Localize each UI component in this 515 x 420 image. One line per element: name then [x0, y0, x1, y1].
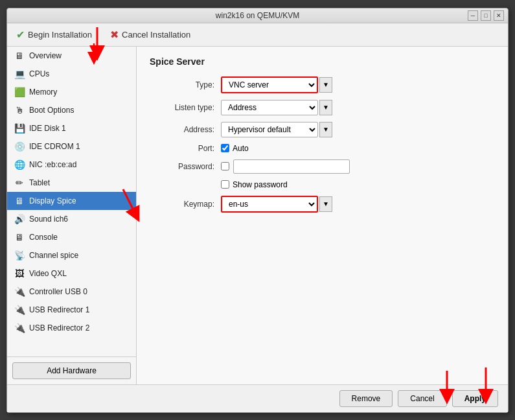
- keymap-control: en-us ▼: [221, 196, 495, 213]
- remove-button[interactable]: Remove: [339, 390, 393, 407]
- sidebar-item-controller-usb-0[interactable]: 🔌 Controller USB 0: [7, 283, 136, 301]
- port-auto-checkbox[interactable]: [221, 144, 229, 152]
- window-controls: ─ □ ✕: [468, 10, 504, 21]
- sidebar-item-boot-options[interactable]: 🖱 Boot Options: [7, 101, 136, 119]
- password-control: [221, 159, 495, 174]
- listen-type-control: Address ▼: [221, 100, 495, 115]
- sidebar-item-ide-cdrom-1[interactable]: 💿 IDE CDROM 1: [7, 137, 136, 156]
- port-label: Port:: [150, 144, 221, 153]
- x-icon: ✖: [110, 29, 119, 41]
- add-hardware-button[interactable]: Add Hardware: [12, 362, 131, 379]
- begin-installation-label: Begin Installation: [28, 30, 92, 40]
- usb-controller-icon: 🔌: [14, 286, 25, 298]
- check-icon: ✔: [16, 29, 25, 41]
- console-icon: 🖥: [14, 231, 25, 243]
- minimize-button[interactable]: ─: [468, 10, 478, 21]
- show-password-control: Show password: [221, 180, 495, 189]
- content-area: Spice Server Type: VNC server ▼ Listen t…: [137, 47, 508, 384]
- overview-icon: 🖥: [14, 50, 25, 62]
- sidebar-item-usb-redirector-1[interactable]: 🔌 USB Redirector 1: [7, 301, 136, 319]
- sidebar-item-video-qxl[interactable]: 🖼 Video QXL: [7, 264, 136, 283]
- keymap-row: Keymap: en-us ▼: [150, 196, 495, 213]
- type-dropdown-btn[interactable]: ▼: [319, 77, 332, 93]
- password-row: Password:: [150, 159, 495, 174]
- keymap-select[interactable]: en-us: [221, 196, 318, 213]
- apply-button[interactable]: Apply: [452, 390, 498, 407]
- sidebar-item-channel-spice[interactable]: 📡 Channel spice: [7, 246, 136, 264]
- channel-icon: 📡: [14, 250, 25, 261]
- tablet-icon: ✏: [14, 177, 25, 189]
- close-button[interactable]: ✕: [494, 10, 504, 21]
- sidebar-item-overview[interactable]: 🖥 Overview: [7, 47, 136, 65]
- titlebar: win2k16 on QEMU/KVM ─ □ ✕: [7, 8, 508, 23]
- port-auto-label: Auto: [233, 144, 249, 153]
- disk-icon: 💾: [14, 122, 25, 134]
- address-dropdown-btn[interactable]: ▼: [319, 122, 332, 137]
- type-row: Type: VNC server ▼: [150, 76, 495, 93]
- sidebar-item-console[interactable]: 🖥 Console: [7, 228, 136, 246]
- sound-icon: 🔊: [14, 213, 25, 225]
- cancel-button[interactable]: Cancel: [398, 390, 446, 407]
- listen-type-label: Listen type:: [150, 103, 221, 112]
- footer-buttons: Remove Cancel Apply: [7, 384, 508, 412]
- type-label: Type:: [150, 80, 221, 89]
- listen-type-dropdown-btn[interactable]: ▼: [319, 100, 332, 115]
- address-select[interactable]: Hypervisor default: [221, 122, 318, 137]
- cancel-installation-label: Cancel Installation: [122, 30, 190, 40]
- boot-icon: 🖱: [14, 104, 25, 116]
- cpu-icon: 💻: [14, 68, 25, 80]
- sidebar-item-ide-disk-1[interactable]: 💾 IDE Disk 1: [7, 119, 136, 137]
- cdrom-icon: 💿: [14, 141, 25, 152]
- show-password-row: Show password: [150, 180, 495, 189]
- type-control: VNC server ▼: [221, 76, 495, 93]
- address-row: Address: Hypervisor default ▼: [150, 122, 495, 137]
- keymap-dropdown-btn[interactable]: ▼: [319, 196, 332, 212]
- nic-icon: 🌐: [14, 159, 25, 170]
- type-select[interactable]: VNC server: [221, 76, 318, 93]
- show-password-checkbox[interactable]: [221, 180, 229, 189]
- password-label: Password:: [150, 162, 221, 171]
- sidebar-item-cpus[interactable]: 💻 CPUs: [7, 65, 136, 83]
- address-label: Address:: [150, 125, 221, 134]
- sidebar-item-sound-ich6[interactable]: 🔊 Sound ich6: [7, 210, 136, 228]
- toolbar: ✔ Begin Installation ✖ Cancel Installati…: [7, 23, 508, 47]
- video-icon: 🖼: [14, 268, 25, 279]
- usb-redir1-icon: 🔌: [14, 304, 25, 316]
- port-control: Auto: [221, 144, 495, 153]
- port-row: Port: Auto: [150, 144, 495, 153]
- begin-installation-button[interactable]: ✔ Begin Installation: [14, 27, 95, 42]
- main-content: 🖥 Overview 💻 CPUs 🟩 Memory 🖱 Boot Option…: [7, 47, 508, 384]
- display-icon: 🖥: [14, 195, 25, 207]
- sidebar-item-tablet[interactable]: ✏ Tablet: [7, 174, 136, 192]
- listen-type-row: Listen type: Address ▼: [150, 100, 495, 115]
- show-password-label: Show password: [233, 180, 288, 189]
- sidebar-item-usb-redirector-2[interactable]: 🔌 USB Redirector 2: [7, 319, 136, 337]
- window-title: win2k16 on QEMU/KVM: [216, 11, 299, 20]
- address-control: Hypervisor default ▼: [221, 122, 495, 137]
- password-checkbox[interactable]: [221, 162, 229, 170]
- password-input[interactable]: [233, 159, 350, 174]
- usb-redir2-icon: 🔌: [14, 322, 25, 334]
- section-title: Spice Server: [150, 56, 495, 67]
- sidebar-item-nic[interactable]: 🌐 NIC :eb:ce:ad: [7, 156, 136, 174]
- sidebar: 🖥 Overview 💻 CPUs 🟩 Memory 🖱 Boot Option…: [7, 47, 137, 384]
- sidebar-item-display-spice[interactable]: 🖥 Display Spice: [7, 192, 136, 210]
- keymap-label: Keymap:: [150, 200, 221, 209]
- listen-type-select[interactable]: Address: [221, 100, 318, 115]
- memory-icon: 🟩: [14, 86, 25, 98]
- cancel-installation-button[interactable]: ✖ Cancel Installation: [108, 27, 193, 42]
- maximize-button[interactable]: □: [481, 10, 491, 21]
- sidebar-footer: Add Hardware: [7, 356, 136, 384]
- sidebar-item-memory[interactable]: 🟩 Memory: [7, 83, 136, 101]
